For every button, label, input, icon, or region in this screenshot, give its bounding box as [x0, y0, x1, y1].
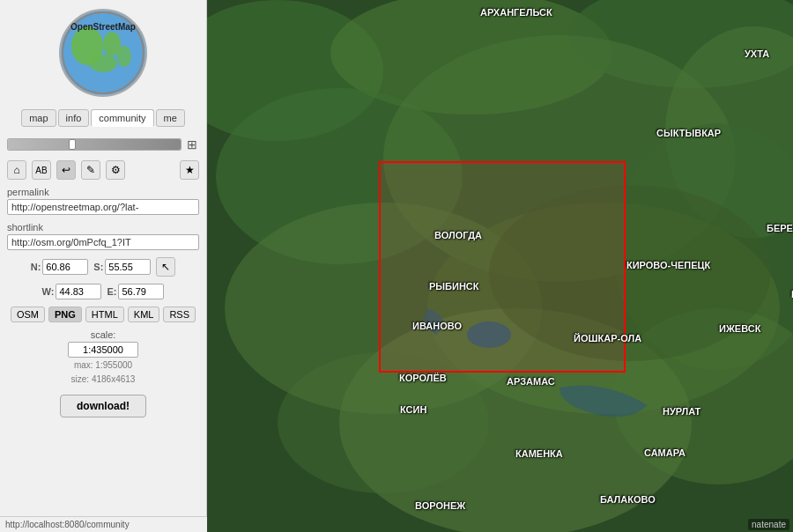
format-osm-btn[interactable]: OSM	[11, 307, 45, 322]
format-png-btn[interactable]: PNG	[48, 307, 82, 322]
attribution-text: nate	[752, 520, 768, 529]
scale-section: scale: max: 1:955000 size: 4186x4613	[0, 326, 206, 389]
permalink-input[interactable]	[7, 199, 199, 215]
download-btn[interactable]: download!	[60, 395, 146, 417]
coord-s-label: S:	[93, 262, 103, 272]
shortlink-section: shortlink	[0, 218, 206, 254]
star-icon: ★	[185, 164, 195, 176]
svg-point-4	[117, 46, 131, 67]
permalink-section: permalink	[0, 183, 206, 218]
map-background	[207, 0, 793, 532]
coords-row-we: W: E:	[35, 280, 172, 303]
nav-tabs: map info community me	[0, 104, 206, 132]
gear-icon: ⚙	[111, 164, 121, 176]
format-html-btn[interactable]: HTML	[85, 307, 124, 322]
coord-w-input[interactable]	[56, 284, 101, 299]
coord-n-input[interactable]	[42, 259, 88, 275]
coord-n-label: N:	[31, 262, 41, 272]
gear-tool-btn[interactable]: ⚙	[106, 160, 125, 180]
coord-w-label: W:	[42, 286, 55, 297]
scale-label: scale:	[91, 329, 116, 340]
tab-me[interactable]: me	[156, 109, 185, 127]
star-tool-btn[interactable]: ★	[180, 160, 199, 180]
cursor-icon: ↖	[161, 261, 170, 273]
coord-e-group: E:	[107, 284, 164, 299]
tab-info[interactable]: info	[58, 109, 90, 127]
sidebar: OpenStreetMap map info community me ⊞ ⌂ …	[0, 0, 207, 532]
logo-circle[interactable]: OpenStreetMap	[59, 9, 147, 97]
format-rss-btn[interactable]: RSS	[163, 307, 196, 322]
home-tool-btn[interactable]: ⌂	[7, 160, 26, 180]
coord-e-label: E:	[107, 286, 116, 297]
format-kml-btn[interactable]: KML	[128, 307, 160, 322]
arrow-tool-btn[interactable]: ↩	[56, 160, 76, 180]
svg-text:OpenStreetMap: OpenStreetMap	[70, 22, 136, 32]
tab-community[interactable]: community	[91, 109, 153, 127]
svg-point-3	[89, 55, 117, 72]
permalink-label: permalink	[7, 187, 199, 197]
format-row: OSM PNG HTML KML RSS	[4, 303, 203, 326]
zoom-bar: ⊞	[0, 132, 206, 157]
coord-n-group: N:	[31, 259, 89, 275]
zoom-slider[interactable]	[7, 138, 182, 151]
status-url: http://localhost:8080/community	[5, 520, 130, 529]
coord-s-input[interactable]	[105, 259, 151, 275]
scale-size: size: 4186x4613	[71, 373, 136, 386]
globe-icon: OpenStreetMap	[61, 11, 145, 95]
tools-bar: ⌂ AB ↩ ✎ ⚙ ★	[0, 157, 206, 183]
status-bar: http://localhost:8080/community	[0, 516, 207, 532]
logo-area: OpenStreetMap	[0, 0, 206, 104]
coords-row-ns: N: S: ↖	[24, 254, 183, 280]
coord-s-group: S:	[93, 259, 151, 275]
select-cursor-btn[interactable]: ↖	[156, 257, 175, 277]
pencil-icon: ✎	[86, 164, 95, 176]
layers-tool-btn[interactable]: AB	[32, 160, 51, 180]
map-attribution: natenate	[748, 519, 789, 530]
shortlink-label: shortlink	[7, 222, 199, 233]
map-area[interactable]: АРХАНГЕЛЬСК УХТА СЫКТЫВКАР ВОЛОГДА БЕРЕЗ…	[207, 0, 793, 532]
home-icon: ⌂	[13, 164, 19, 176]
zoom-arrows-icon[interactable]: ⊞	[185, 136, 199, 153]
tab-map[interactable]: map	[21, 109, 56, 127]
shortlink-input[interactable]	[7, 234, 199, 250]
scale-input[interactable]	[68, 342, 138, 358]
coord-e-input[interactable]	[118, 284, 164, 299]
layers-icon: AB	[35, 166, 47, 175]
coord-w-group: W:	[42, 284, 102, 299]
arrow-icon: ↩	[62, 164, 70, 176]
scale-max: max: 1:955000	[74, 359, 132, 372]
pencil-tool-btn[interactable]: ✎	[81, 160, 100, 180]
